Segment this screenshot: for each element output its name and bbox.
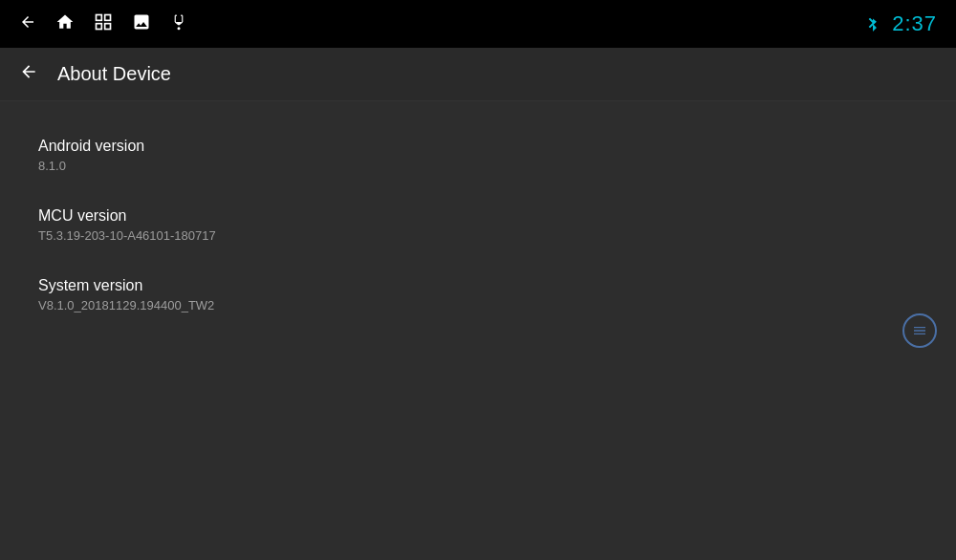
mcu-version-value: T5.3.19-203-10-A46101-180717 [38,228,918,243]
mcu-version-item: MCU version T5.3.19-203-10-A46101-180717 [38,190,918,260]
time-display: 2:37 [892,11,937,36]
gallery-icon[interactable] [132,12,151,36]
status-icons: 2:37 [865,11,937,37]
back-nav-icon[interactable] [19,13,36,35]
svg-rect-1 [105,14,111,20]
android-version-label: Android version [38,138,918,155]
svg-point-4 [178,27,181,30]
header-back-button[interactable] [19,62,38,86]
system-version-item: System version V8.1.0_20181129.194400_TW… [38,260,918,330]
home-icon[interactable] [55,12,75,36]
page-title: About Device [57,63,171,85]
mcu-version-label: MCU version [38,207,918,225]
recent-apps-icon[interactable] [94,12,113,36]
system-version-label: System version [38,277,918,294]
usb-icon[interactable] [170,11,187,37]
bluetooth-icon [865,11,880,37]
status-bar: 2:37 [0,0,956,48]
svg-rect-3 [97,23,102,29]
svg-rect-0 [97,14,102,20]
android-version-value: 8.1.0 [38,159,918,173]
page-header: About Device [0,48,956,101]
floating-menu-button[interactable] [902,313,937,348]
android-version-item: Android version 8.1.0 [38,120,918,190]
system-version-value: V8.1.0_20181129.194400_TW2 [38,298,918,312]
nav-icons [19,11,187,37]
svg-rect-2 [105,23,111,29]
content-area: Android version 8.1.0 MCU version T5.3.1… [0,101,956,560]
